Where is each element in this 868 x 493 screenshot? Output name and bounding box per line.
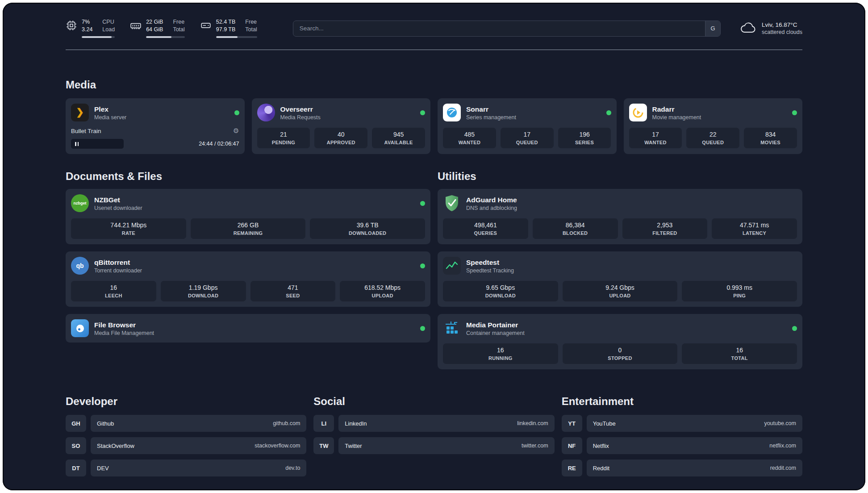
ram-free-label: Free [173, 19, 184, 25]
bookmark-name: Github [97, 420, 114, 427]
status-dot [420, 201, 425, 206]
app-card-portainer[interactable]: Media Portainer Container management 16 … [438, 314, 802, 369]
bookmark-name: Reddit [593, 465, 610, 472]
app-card-qbittorrent[interactable]: qb qBittorrent Torrent downloader 16 LEE… [66, 251, 430, 307]
stat-tile: 22 QUEUED [686, 128, 739, 148]
app-card-overseerr[interactable]: Overseerr Media Requests 21 PENDING 40 A… [252, 98, 431, 154]
search-bar: G [293, 21, 721, 37]
app-name: Sonarr [466, 105, 516, 113]
pause-button[interactable] [71, 139, 124, 149]
section-title-media: Media [66, 79, 802, 91]
app-subtitle: Usenet downloader [94, 205, 142, 211]
bookmark-linkedin[interactable]: LI LinkedIn linkedin.com [313, 415, 554, 432]
cpu-percent: 7% [82, 19, 92, 25]
app-card-nzbget[interactable]: nzbget NZBGet Usenet downloader 744.21 M… [66, 189, 430, 244]
portainer-icon [443, 319, 461, 337]
stat-tile: 1.19 Gbps DOWNLOAD [161, 281, 246, 301]
stat-tile: 0.993 ms PING [682, 281, 797, 301]
app-subtitle: DNS and adblocking [466, 205, 517, 211]
weather-location: Lviv, 16.87°C [762, 21, 802, 28]
app-card-adguard[interactable]: AdGuard Home DNS and adblocking 498,461 … [438, 189, 802, 244]
weather-widget[interactable]: Lviv, 16.87°C scattered clouds [740, 21, 802, 36]
bookmark-group-social: Social LI LinkedIn linkedin.com TW Twitt… [313, 395, 554, 482]
stat-tile: 47.571 ms LATENCY [712, 218, 797, 239]
app-name: NZBGet [94, 196, 142, 204]
stat-tile: 744.21 Mbps RATE [71, 218, 186, 239]
app-name: Radarr [652, 105, 701, 113]
qbittorrent-icon: qb [71, 257, 89, 275]
disk-icon [200, 20, 212, 31]
stat-tile: 21 PENDING [257, 128, 310, 148]
stat-tile: 16 TOTAL [682, 343, 797, 364]
bookmark-github[interactable]: GH Github github.com [66, 415, 306, 432]
cpu-load-value: 3.24 [82, 26, 92, 33]
status-dot [792, 110, 797, 115]
gear-icon[interactable]: ⚙ [233, 127, 239, 135]
stat-tile: 0 STOPPED [563, 343, 678, 364]
app-card-radarr[interactable]: Radarr Movie management 17 WANTED 22 QUE… [624, 98, 803, 154]
app-card-filebrowser[interactable]: File Browser Media File Management [66, 314, 430, 343]
app-name: Plex [94, 105, 126, 113]
stat-tile: 266 GB REMAINING [191, 218, 306, 239]
bookmark-url: dev.to [285, 465, 300, 471]
search-engine-button[interactable]: G [705, 21, 720, 36]
bookmark-name: LinkedIn [345, 420, 367, 427]
weather-condition: scattered clouds [762, 29, 802, 35]
bookmark-dev[interactable]: DT DEV dev.to [66, 460, 306, 476]
disk-free-label: Free [245, 19, 257, 25]
app-card-plex[interactable]: ❯ Plex Media server Bullet Train ⚙ 24:44… [66, 98, 245, 154]
bookmark-group-developer: Developer GH Github github.com SO StackO… [66, 395, 306, 482]
playback-time: 24:44 / 02:06:47 [199, 141, 239, 147]
app-subtitle: Series management [466, 114, 516, 121]
app-name: Overseerr [280, 105, 321, 113]
bookmarks-section: Developer GH Github github.com SO StackO… [66, 395, 802, 490]
bookmark-twitter[interactable]: TW Twitter twitter.com [313, 437, 554, 454]
app-name: AdGuard Home [466, 196, 517, 204]
bookmark-name: StackOverflow [97, 443, 134, 449]
bookmark-abbr: RE [562, 460, 582, 476]
bookmark-abbr: TW [313, 437, 334, 454]
sonarr-icon [443, 104, 461, 121]
plex-icon: ❯ [71, 104, 89, 121]
stat-tile: 618.52 Mbps UPLOAD [340, 281, 425, 301]
overseerr-icon [257, 104, 275, 121]
app-subtitle: Media Requests [280, 114, 321, 121]
bookmark-abbr: DT [66, 460, 86, 476]
bookmark-stackoverflow[interactable]: SO StackOverflow stackoverflow.com [66, 437, 306, 454]
bookmark-abbr: LI [313, 415, 334, 432]
app-subtitle: Speedtest Tracking [466, 267, 514, 274]
stat-tile: 17 QUEUED [501, 128, 554, 148]
speedtest-icon [443, 257, 461, 275]
bookmark-name: DEV [97, 465, 109, 472]
stat-tile: 9.24 Gbps UPLOAD [563, 281, 678, 301]
app-subtitle: Media File Management [94, 330, 154, 336]
utilities-column: Utilities [438, 170, 802, 369]
bookmark-url: netflix.com [769, 443, 796, 449]
status-dot [420, 326, 425, 331]
section-title-entertainment: Entertainment [562, 395, 802, 408]
stat-tile: 16 LEECH [71, 281, 156, 301]
bookmark-url: linkedin.com [517, 420, 548, 426]
ram-usage-bar [146, 36, 185, 38]
status-dot [420, 263, 425, 268]
bookmark-url: stackoverflow.com [255, 443, 300, 449]
disk-free-value: 52.4 TB [216, 19, 236, 25]
stat-tile: 834 MOVIES [744, 128, 797, 148]
bookmark-url: reddit.com [770, 465, 796, 471]
radarr-icon [629, 104, 647, 121]
bookmark-url: twitter.com [522, 443, 548, 449]
app-card-speedtest[interactable]: Speedtest Speedtest Tracking 9.65 Gbps D… [438, 251, 802, 307]
app-name: qBittorrent [94, 258, 142, 267]
search-input[interactable] [293, 21, 705, 36]
bookmark-netflix[interactable]: NF Netflix netflix.com [562, 437, 802, 454]
stat-tile: 485 WANTED [443, 128, 496, 148]
app-card-sonarr[interactable]: Sonarr Series management 485 WANTED 17 Q… [438, 98, 617, 154]
stat-tile: 86,384 BLOCKED [533, 218, 618, 239]
bookmark-youtube[interactable]: YT YouTube youtube.com [562, 415, 802, 432]
disk-usage-bar [216, 36, 257, 38]
now-playing-title: Bullet Train [71, 128, 101, 134]
media-grid: ❯ Plex Media server Bullet Train ⚙ 24:44… [66, 98, 802, 154]
stat-tile: 9.65 Gbps DOWNLOAD [443, 281, 558, 301]
bookmark-url: youtube.com [764, 420, 796, 426]
bookmark-reddit[interactable]: RE Reddit reddit.com [562, 460, 802, 476]
